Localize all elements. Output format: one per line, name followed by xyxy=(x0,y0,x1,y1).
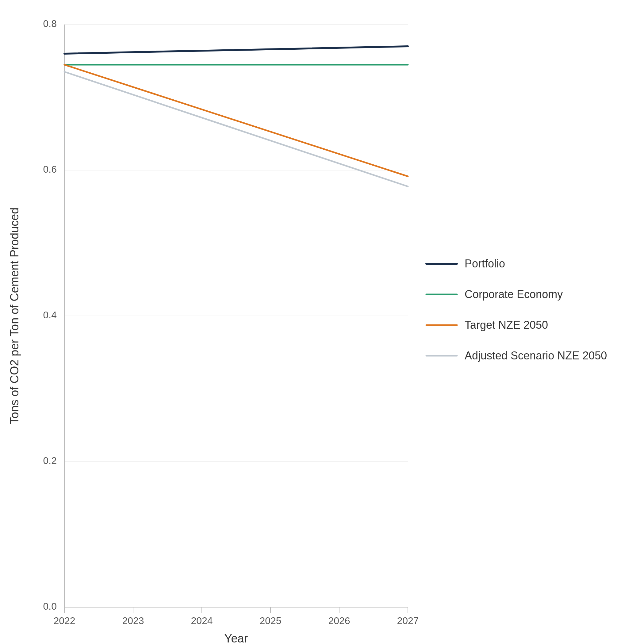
legend-adjusted-scenario-label: Adjusted Scenario NZE 2050 xyxy=(465,349,607,362)
y-tick-00: 0.0 xyxy=(43,601,57,612)
y-axis-label: Tons of CO2 per Ton of Cement Produced xyxy=(8,208,21,424)
series-adjusted-scenario-line xyxy=(64,72,408,186)
x-tick-2022: 2022 xyxy=(53,615,75,626)
x-tick-2024: 2024 xyxy=(191,615,213,626)
chart-container: 0.0 0.2 0.4 0.6 0.8 Tons of CO2 per Ton … xyxy=(0,0,644,644)
series-portfolio-line xyxy=(64,46,408,54)
legend-target-nze-label: Target NZE 2050 xyxy=(465,319,548,331)
series-target-nze-line xyxy=(64,65,408,176)
y-tick-02: 0.2 xyxy=(43,455,57,466)
y-tick-06: 0.6 xyxy=(43,164,57,175)
x-tick-2025: 2025 xyxy=(259,615,281,626)
x-axis-label: Year xyxy=(224,632,248,644)
x-tick-2023: 2023 xyxy=(122,615,144,626)
legend-corporate-economy-label: Corporate Economy xyxy=(465,288,563,301)
x-tick-2026: 2026 xyxy=(328,615,350,626)
x-tick-2027: 2027 xyxy=(397,615,419,626)
y-tick-08: 0.8 xyxy=(43,18,57,29)
legend-portfolio-label: Portfolio xyxy=(465,257,505,270)
y-tick-04: 0.4 xyxy=(43,309,57,320)
